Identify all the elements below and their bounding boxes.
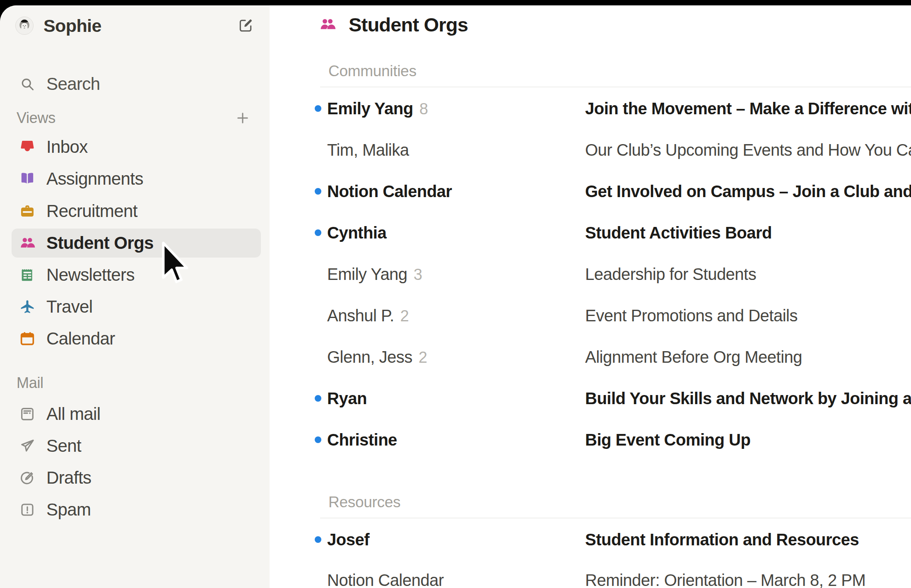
sender-name: Josef [327,530,369,549]
views-section-header: Views [17,109,55,127]
mail-row[interactable]: Josef Student Information and Resources [270,525,911,554]
sidebar-item-label: Calendar [46,329,115,349]
sender-name: Tim, Malika [327,141,409,159]
mail-row[interactable]: Christine Big Event Coming Up [270,425,911,455]
mail-subject: Build Your Skills and Network by Joining… [585,389,911,408]
sidebar-item-calendar[interactable]: Calendar [0,324,270,353]
mail-subject: Our Club’s Upcoming Events and How You C… [585,141,911,159]
user-name: Sophie [43,16,101,36]
sidebar-item-all-mail[interactable]: All mail [0,400,270,429]
sidebar-item-label: Assignments [46,169,143,189]
sidebar-item-label: Drafts [46,468,91,488]
sidebar-item-student-orgs[interactable]: Student Orgs [0,229,270,258]
briefcase-icon [19,203,36,219]
sender-name: Notion Calendar [327,571,444,588]
mail-row[interactable]: Notion Calendar Reminder: Orientation – … [270,565,911,588]
compose-icon[interactable] [238,18,253,34]
sidebar-item-label: Sent [46,436,81,456]
sidebar-item-label: Student Orgs [46,233,154,253]
thread-count: 8 [419,100,428,118]
mail-subject: Student Information and Resources [585,530,859,549]
sender-name: Glenn, Jess [327,348,412,366]
sidebar-item-drafts[interactable]: Drafts [0,463,270,492]
mail-row[interactable]: Cynthia Student Activities Board [270,218,911,248]
sidebar-item-recruitment[interactable]: Recruitment [0,197,270,226]
mail-subject: Big Event Coming Up [585,431,750,449]
mail-subject: Join the Movement – Make a Difference wi… [585,99,911,118]
mail-subject: Leadership for Students [585,265,756,284]
sidebar-item-travel[interactable]: Travel [0,292,270,321]
mail-row[interactable]: Ryan Build Your Skills and Network by Jo… [270,383,911,413]
unread-dot [315,395,321,402]
calendar-icon [19,330,36,347]
thread-count: 3 [414,266,422,283]
sidebar-item-label: Inbox [46,137,88,157]
sender-name: Notion Calendar [327,182,452,200]
sender-name: Cynthia [327,224,386,242]
unread-dot [315,188,321,195]
group-label-resources: Resources [328,494,400,511]
book-icon [19,171,36,187]
inbox-icon [19,139,36,155]
mail-row[interactable]: Notion Calendar Get Involved on Campus –… [270,176,911,206]
sender-name: Emily Yang [327,99,413,118]
thread-count: 2 [400,307,409,325]
student-orgs-header-icon [319,16,336,33]
mail-subject: Student Activities Board [585,224,772,242]
mail-row[interactable]: Glenn, Jess2 Alignment Before Org Meetin… [270,342,911,372]
unread-dot [315,436,321,443]
search-icon [20,77,35,92]
add-view-icon[interactable] [235,111,251,126]
mail-section-header: Mail [17,374,43,392]
people-icon [19,235,36,251]
unread-dot [315,105,321,112]
sidebar-item-assignments[interactable]: Assignments [0,164,270,193]
group-label-communities: Communities [328,63,417,80]
mail-list-panel: Student Orgs Communities Emily Yang8 Joi… [270,5,911,588]
unread-dot [315,229,321,236]
sidebar-item-label: Travel [46,297,93,317]
all-mail-icon [19,406,36,422]
sidebar-item-spam[interactable]: Spam [0,495,270,524]
unread-dot [315,536,321,543]
sender-name: Emily Yang [327,265,407,283]
mail-subject: Get Involved on Campus – Join a Club and… [585,182,911,201]
sidebar-item-sent[interactable]: Sent [0,431,270,460]
mail-row[interactable]: Emily Yang8 Join the Movement – Make a D… [270,94,911,123]
sidebar-item-newsletters[interactable]: Newsletters [0,260,270,289]
search-label: Search [46,74,100,94]
sidebar-item-label: Spam [46,500,91,520]
app-window: Sophie Search Views [0,5,911,588]
sidebar-item-label: Recruitment [46,201,137,221]
avatar[interactable] [15,17,34,35]
page-title: Student Orgs [349,13,468,36]
thread-count: 2 [419,349,427,366]
sidebar-item-label: All mail [46,404,101,424]
spam-icon [19,501,36,518]
sender-name: Anshul P. [327,306,394,325]
sender-name: Christine [327,431,397,449]
divider [320,87,911,87]
mail-row[interactable]: Anshul P.2 Event Promotions and Details [270,301,911,330]
mail-subject: Event Promotions and Details [585,306,798,325]
divider [320,518,911,518]
mail-subject: Alignment Before Org Meeting [585,348,802,366]
sidebar-item-label: Newsletters [46,265,135,285]
plane-icon [19,299,36,315]
drafts-icon [19,470,36,486]
sidebar: Sophie Search Views [0,5,270,588]
sidebar-search[interactable]: Search [0,70,270,99]
send-icon [19,438,36,454]
mail-subject: Reminder: Orientation – March 8, 2 PM [585,571,865,588]
newspaper-icon [19,267,36,283]
mail-row[interactable]: Emily Yang3 Leadership for Students [270,259,911,289]
sidebar-item-inbox[interactable]: Inbox [0,133,270,161]
sender-name: Ryan [327,389,367,407]
mail-row[interactable]: Tim, Malika Our Club’s Upcoming Events a… [270,135,911,165]
